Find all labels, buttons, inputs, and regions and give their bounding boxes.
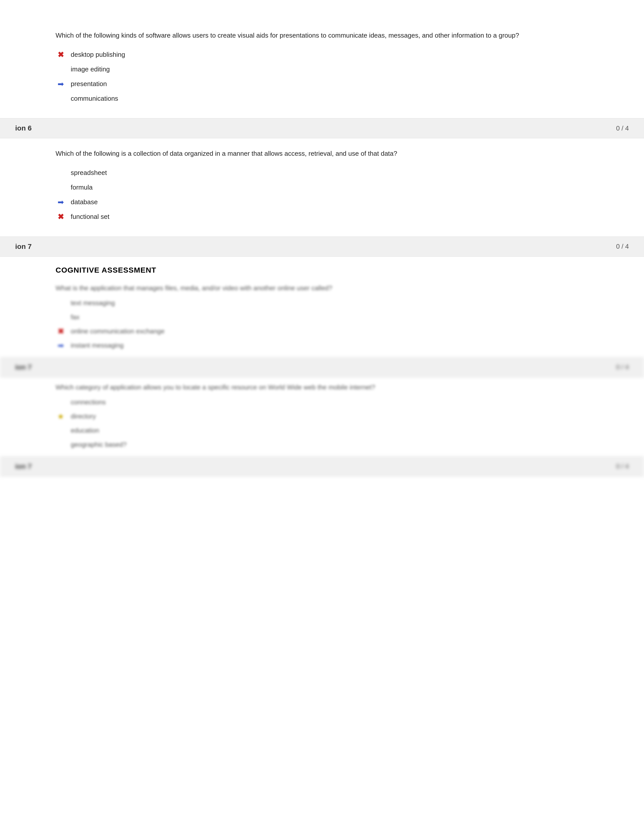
answer-text: formula — [71, 182, 93, 192]
answer-text: desktop publishing — [71, 50, 125, 60]
list-item: education — [56, 426, 588, 436]
list-item: text messaging — [56, 298, 588, 308]
answer-text: presentation — [71, 79, 107, 89]
section6-answer-list: spreadsheet formula ➡ database ✖ functio… — [56, 168, 588, 222]
x-icon: ✖ — [56, 212, 66, 222]
section5-answer-list: ✖ desktop publishing image editing ➡ pre… — [56, 50, 588, 103]
list-item: ➡ presentation — [56, 79, 588, 89]
list-item: ✖ desktop publishing — [56, 50, 588, 60]
list-item: connections — [56, 397, 588, 407]
answer-text: functional set — [71, 212, 109, 222]
cognitive-heading-text: COGNITIVE ASSESSMENT — [56, 266, 156, 274]
list-item: ✖ functional set — [56, 212, 588, 222]
empty-icon — [56, 298, 66, 308]
answer-text: education — [71, 426, 99, 436]
section5-question-container: Which of the following kinds of software… — [0, 20, 644, 118]
list-item: fax — [56, 312, 588, 322]
section6-header: ion 6 0 / 4 — [0, 118, 644, 138]
answer-text: connections — [71, 397, 106, 407]
answer-text: directory — [71, 412, 96, 421]
blurred-q1-text: What is the application that manages fil… — [56, 283, 588, 293]
blurred-section8-header: ion 7 0 / 4 — [0, 357, 644, 377]
section6-question-container: Which of the following is a collection o… — [0, 138, 644, 236]
empty-icon — [56, 182, 66, 193]
answer-text: instant messaging — [71, 341, 124, 351]
section7-label: ion 7 — [15, 241, 32, 252]
list-item: ★ directory — [56, 412, 588, 421]
answer-text: communications — [71, 94, 118, 103]
list-item: spreadsheet — [56, 168, 588, 178]
answer-text: fax — [71, 312, 80, 322]
empty-icon — [56, 426, 66, 436]
empty-icon — [56, 64, 66, 74]
blurred-q2-container: Which category of application allows you… — [0, 377, 644, 457]
blurred-section9-label: ion 7 — [15, 461, 32, 472]
blurred-q1-container: What is the application that manages fil… — [0, 278, 644, 357]
arrow-icon: ➡ — [56, 79, 66, 89]
list-item: geographic based? — [56, 440, 588, 450]
section5-block: Which of the following kinds of software… — [0, 20, 644, 118]
section6-question-text: Which of the following is a collection o… — [56, 148, 588, 159]
empty-icon — [56, 93, 66, 103]
cognitive-assessment-heading: COGNITIVE ASSESSMENT — [0, 257, 644, 278]
list-item: formula — [56, 182, 588, 193]
blurred-q2-answer-list: connections ★ directory education geogra… — [56, 397, 588, 450]
empty-icon — [56, 397, 66, 407]
section5-question-text: Which of the following kinds of software… — [56, 30, 588, 40]
section7-header: ion 7 0 / 4 — [0, 236, 644, 257]
star-icon: ★ — [56, 412, 66, 421]
blurred-question1-block: What is the application that manages fil… — [0, 278, 644, 477]
answer-text: database — [71, 197, 98, 207]
answer-text: online communication exchange — [71, 326, 164, 336]
x-icon: ✖ — [56, 50, 66, 60]
empty-icon — [56, 440, 66, 450]
blurred-section8-score: 0 / 4 — [616, 362, 629, 372]
list-item: ✖ online communication exchange — [56, 326, 588, 336]
section6-block: Which of the following is a collection o… — [0, 138, 644, 236]
empty-icon — [56, 168, 66, 178]
blurred-section9-score: 0 / 4 — [616, 462, 629, 471]
list-item: communications — [56, 93, 588, 103]
answer-text: spreadsheet — [71, 168, 107, 178]
section6-label: ion 6 — [15, 123, 32, 133]
blurred-q1-answer-list: text messaging fax ✖ online communicatio… — [56, 298, 588, 351]
blurred-section9-header: ion 7 0 / 4 — [0, 457, 644, 477]
blurred-section8-label: ion 7 — [15, 362, 32, 373]
list-item: ➡ database — [56, 197, 588, 207]
arrow-icon: ➡ — [56, 341, 66, 351]
answer-text: text messaging — [71, 298, 115, 308]
blurred-q2-text: Which category of application allows you… — [56, 383, 588, 392]
section6-score: 0 / 4 — [616, 124, 629, 133]
section7-score: 0 / 4 — [616, 241, 629, 251]
list-item: ➡ instant messaging — [56, 341, 588, 351]
arrow-icon: ➡ — [56, 197, 66, 207]
answer-text: image editing — [71, 64, 110, 74]
empty-icon — [56, 312, 66, 322]
x-icon: ✖ — [56, 326, 66, 336]
list-item: image editing — [56, 64, 588, 74]
answer-text: geographic based? — [71, 440, 127, 450]
page: Which of the following kinds of software… — [0, 0, 644, 833]
